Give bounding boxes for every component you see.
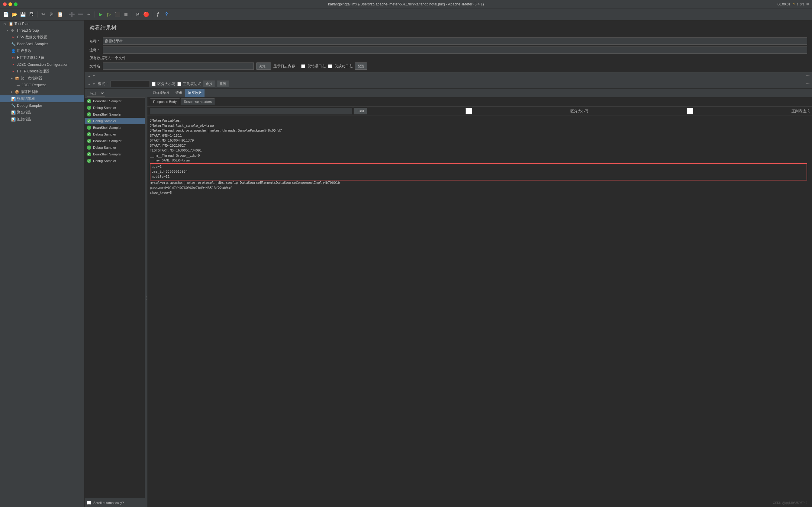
arrow-buttons[interactable]: ▲ ▼ — [87, 74, 96, 78]
search-row: ▲ ▼ 查找： 区分大小写 正则表达式 查找 重置 ••• — [85, 79, 812, 89]
status-ok-icon — [87, 106, 91, 110]
agg-report-icon: 📊 — [11, 110, 16, 115]
remove-button[interactable]: ➖ — [77, 11, 84, 18]
only-success-checkbox[interactable] — [328, 64, 332, 68]
list-item[interactable]: Debug Sampler — [85, 144, 145, 151]
shutdown-button[interactable]: ⏹ — [122, 11, 130, 18]
sidebar-item-label: Test Plan — [14, 22, 29, 26]
function-helper-button[interactable]: ƒ — [154, 11, 162, 18]
response-regex-label: 正则表达式 — [792, 109, 810, 114]
sidebar-item-agg-report[interactable]: 📊 聚合报告 — [0, 109, 84, 116]
only-errors-checkbox[interactable] — [301, 64, 305, 68]
search-up-btn[interactable]: ▲ — [87, 82, 91, 86]
up-arrow-btn[interactable]: ▲ — [87, 74, 91, 78]
case-sensitive-checkbox[interactable] — [152, 82, 156, 86]
tab-response-headers[interactable]: Response headers — [181, 98, 215, 105]
sidebar-item-http-defaults[interactable]: ✂ HTTP请求默认值 — [0, 54, 84, 61]
response-panel: 取样器结果 请求 响应数据 Response Body Response hea… — [147, 89, 812, 507]
run-button[interactable]: ▶ — [97, 11, 104, 18]
search-dots-more: ••• — [806, 82, 810, 86]
search-input[interactable] — [111, 80, 150, 87]
response-regex-checkbox[interactable] — [590, 108, 790, 114]
minimize-button[interactable] — [8, 2, 12, 6]
request-icon: — — [16, 83, 20, 88]
sidebar-item-thread-group[interactable]: ▼ ⚙ Thread Group — [0, 27, 84, 34]
down-arrow-btn[interactable]: ▼ — [92, 74, 96, 78]
sidebar-item-loop-controller[interactable]: ▶ 📦 循环控制器 — [0, 89, 84, 95]
thread-counter: 0/1 — [800, 2, 804, 6]
regex-checkbox[interactable] — [177, 82, 181, 86]
stop-button[interactable]: ⬛ — [114, 11, 121, 18]
list-item[interactable]: Debug Sampler — [85, 158, 145, 164]
run-no-pause-button[interactable]: ▷ — [105, 11, 113, 18]
response-line-highlighted: gas_id=BJ000015954 — [152, 169, 805, 174]
save-as-button[interactable]: 🖫 — [28, 11, 35, 18]
sidebar-item-user-params[interactable]: 👤 用户参数 — [0, 47, 84, 54]
sidebar-item-beanshell1[interactable]: 🔧 BeanShell Sampler — [0, 41, 84, 47]
scroll-auto-label: Scroll automatically? — [93, 501, 124, 505]
item-label: BeanShell Sampler — [93, 113, 121, 116]
tab-request[interactable]: 请求 — [172, 89, 185, 97]
window-controls[interactable] — [3, 2, 17, 6]
sidebar-item-once-controller[interactable]: ▶ 📦 仅一次控制器 — [0, 75, 84, 82]
list-item[interactable]: BeanShell Sampler — [85, 111, 145, 118]
list-item[interactable]: BeanShell Sampler — [85, 137, 145, 144]
response-search-input[interactable] — [150, 108, 352, 114]
list-item[interactable]: BeanShell Sampler — [85, 151, 145, 158]
sidebar-item-summary[interactable]: 📊 汇总报告 — [0, 116, 84, 123]
close-button[interactable] — [3, 2, 7, 6]
save-button[interactable]: 💾 — [19, 11, 27, 18]
item-label: Debug Sampler — [93, 132, 116, 136]
sidebar-item-jdbc-request[interactable]: — JDBC Request — [0, 82, 84, 89]
response-find-button[interactable]: Find — [354, 108, 367, 114]
response-search-bar: Find 区分大小写 正则表达式 — [147, 107, 812, 116]
help-button[interactable]: ? — [163, 11, 170, 18]
tab-response-body[interactable]: Response Body — [150, 98, 180, 105]
comment-input[interactable] — [103, 47, 807, 54]
tab-response-data[interactable]: 响应数据 — [185, 89, 205, 97]
list-item[interactable]: Debug Sampler — [85, 131, 145, 137]
expand-icon: ⊞ — [806, 2, 809, 6]
search-down-btn[interactable]: ▼ — [92, 82, 96, 86]
config-button[interactable]: 配置 — [355, 62, 367, 70]
response-line: __jm__Thread Group__idx=0 — [150, 153, 810, 158]
sidebar-item-debug-sampler[interactable]: 🔧 Debug Sampler — [0, 102, 84, 109]
sidebar-item-cookie[interactable]: ✂ HTTP Cookie管理器 — [0, 68, 84, 75]
copy-button[interactable]: ⎘ — [48, 11, 55, 18]
sidebar-item-jdbc-config[interactable]: ✂ JDBC Connection Configuration — [0, 61, 84, 68]
sidebar-item-view-results[interactable]: 📊 察看结果树 — [0, 95, 84, 102]
reset-button[interactable]: 重置 — [217, 80, 229, 87]
csv-icon: ✂ — [11, 35, 16, 40]
response-line: START.HMS=141511 — [150, 133, 810, 138]
new-button[interactable]: 📄 — [2, 11, 10, 18]
list-item[interactable]: BeanShell Sampler — [85, 124, 145, 131]
comment-row: 注释： — [89, 47, 807, 54]
open-button[interactable]: 📂 — [11, 11, 18, 18]
list-item[interactable]: Debug Sampler — [85, 104, 145, 111]
response-case-sensitive[interactable] — [369, 108, 568, 114]
list-item[interactable]: BeanShell Sampler — [85, 98, 145, 104]
drag-handle[interactable] — [145, 89, 147, 507]
find-button[interactable]: 查找 — [203, 80, 215, 87]
file-input[interactable] — [103, 62, 254, 70]
scroll-auto-checkbox[interactable] — [87, 501, 91, 505]
format-dropdown[interactable]: Text JSON XML HTML — [87, 90, 105, 97]
sidebar-item-label: 聚合报告 — [17, 110, 32, 115]
name-input[interactable] — [103, 38, 807, 45]
remote-stop-button[interactable]: 🔴 — [143, 11, 150, 18]
undo-button[interactable]: ↩ — [85, 11, 92, 18]
browse-button[interactable]: 浏览... — [256, 62, 271, 70]
sidebar-item-test-plan[interactable]: ▷ 📋 Test Plan — [0, 20, 84, 27]
sidebar-item-csv[interactable]: ✂ CSV 数据文件设置 — [0, 34, 84, 41]
search-arrow-btns[interactable]: ▲ ▼ — [87, 82, 96, 86]
log-content-label: 显示日志内容： — [273, 64, 299, 69]
list-panel-header: Text JSON XML HTML — [85, 89, 145, 98]
tab-sampler-result[interactable]: 取样器结果 — [150, 89, 172, 97]
cut-button[interactable]: ✂ — [40, 11, 47, 18]
response-case-label: 区分大小写 — [570, 109, 589, 114]
remote-run-button[interactable]: 🖥 — [134, 11, 141, 18]
paste-button[interactable]: 📋 — [56, 11, 64, 18]
list-item-selected[interactable]: Debug Sampler — [85, 118, 145, 124]
maximize-button[interactable] — [14, 2, 17, 6]
add-button[interactable]: ➕ — [68, 11, 75, 18]
